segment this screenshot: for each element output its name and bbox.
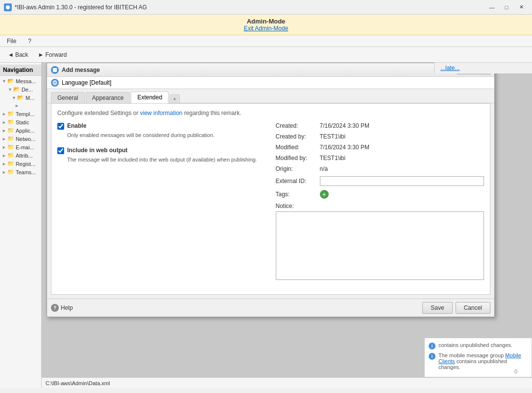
sidebar: Navigation ▼ 📂 Messa... ▼ 📂 De... ▼ 📂 M.… — [0, 63, 42, 388]
tab-extended[interactable]: Extended — [131, 92, 169, 103]
origin-label: Origin: — [276, 165, 320, 172]
svg-rect-1 — [53, 68, 57, 72]
main-area: Navigation ▼ 📂 Messa... ▼ 📂 De... ▼ 📂 M.… — [0, 63, 532, 388]
sidebar-item-email[interactable]: ► 📁 E-mai... — [0, 143, 41, 151]
folder-icon-11: 📁 — [7, 169, 14, 175]
sidebar-item-regist[interactable]: ► 📁 Regist... — [0, 160, 41, 168]
help-icon: ? — [51, 304, 59, 312]
modified-value: 7/16/2024 3:30 PM — [320, 144, 369, 151]
include-web-checkbox[interactable] — [57, 147, 64, 154]
sidebar-item-templates[interactable]: ► 📁 Templ... — [0, 110, 41, 118]
sidebar-expand-arrow: ► — [0, 102, 41, 110]
title-bar: *IBI-aws Admin 1.30.0 - registered for I… — [0, 0, 532, 15]
sidebar-item-static[interactable]: ► 📁 Static — [0, 118, 41, 126]
configure-text: Configure extended Settings or view info… — [57, 110, 484, 116]
enable-label[interactable]: Enable — [67, 122, 86, 129]
created-value: 7/16/2024 3:30 PM — [320, 122, 369, 129]
sidebar-item-label-6: Applic... — [16, 128, 35, 134]
help-button[interactable]: ? Help — [51, 304, 73, 312]
created-by-value: TEST1\ibi — [320, 133, 346, 140]
dialog-footer: ? Help Save Cancel — [47, 299, 494, 317]
mobile-clients-link[interactable]: Mobile Clients — [438, 352, 521, 364]
created-label: Created: — [276, 122, 320, 129]
folder-icon-4: 📁 — [7, 111, 14, 117]
notice-textarea[interactable] — [276, 211, 484, 280]
toolbar: ◄ Back ► Forward — [0, 47, 532, 63]
minimize-button[interactable]: — — [485, 2, 499, 13]
enable-checkbox[interactable] — [57, 123, 64, 130]
notification-text-1: contains unpublished changes. — [438, 342, 512, 349]
sidebar-item-label-4: Templ... — [16, 111, 35, 117]
sidebar-item-label-7: Netwo... — [16, 136, 35, 142]
dialog-title-text: Add message — [62, 67, 100, 73]
back-button[interactable]: ◄ Back — [4, 50, 32, 60]
expand-icon-9: ► — [2, 153, 6, 158]
tab-bar: General Appearance Extended + — [47, 89, 494, 103]
maximize-button[interactable]: □ — [500, 2, 513, 13]
window-title: *IBI-aws Admin 1.30.0 - registered for I… — [15, 4, 147, 11]
modified-label: Modified: — [276, 144, 320, 151]
status-path: C:\IBI-aws\Admin\Data.xml — [46, 380, 110, 386]
sidebar-item-applic[interactable]: ► 📁 Applic... — [0, 126, 41, 135]
include-web-description: The message will be included into the we… — [67, 156, 266, 163]
tab-add-button[interactable]: + — [169, 94, 179, 103]
expand-icon-5: ► — [2, 120, 6, 125]
include-web-checkbox-row: Include in web output — [57, 147, 266, 154]
notification-icon-1: i — [429, 343, 435, 349]
save-button[interactable]: Save — [422, 302, 452, 314]
folder-icon: 📂 — [7, 78, 14, 84]
folder-icon-3: 📂 — [17, 94, 24, 101]
exit-admin-mode-link[interactable]: Exit Admin-Mode — [244, 25, 289, 32]
enable-checkbox-row: Enable — [57, 122, 266, 130]
add-message-dialog: Add message — □ ✕ Language [Default] Gen… — [47, 63, 495, 317]
dialog-title-area: Add message — [51, 66, 100, 74]
menu-bar: File ? — [0, 35, 532, 47]
folder-icon-8: 📁 — [7, 144, 14, 150]
expand-icon-7: ► — [2, 137, 6, 141]
notification-icon-2: i — [429, 353, 435, 360]
tags-add-button[interactable]: + — [320, 190, 329, 199]
help-label: Help — [61, 304, 73, 311]
sidebar-item-label: Messa... — [16, 78, 36, 84]
expand-icon-11: ► — [2, 170, 6, 175]
external-id-input[interactable] — [320, 176, 484, 186]
sidebar-item-de[interactable]: ▼ 📂 De... — [0, 85, 41, 93]
origin-value: n/a — [320, 165, 328, 172]
view-information-link[interactable]: view information — [140, 110, 183, 116]
sidebar-item-network[interactable]: ► 📁 Netwo... — [0, 135, 41, 143]
expand-icon-6: ► — [2, 128, 6, 133]
menu-file[interactable]: File — [4, 37, 19, 46]
close-button[interactable]: ✕ — [514, 2, 528, 13]
menu-help[interactable]: ? — [25, 37, 34, 46]
folder-icon-10: 📁 — [7, 161, 14, 167]
include-web-label[interactable]: Include in web output — [67, 147, 127, 154]
content-area: Add message — □ ✕ Language [Default] Gen… — [42, 63, 532, 388]
tab-appearance[interactable]: Appearance — [86, 92, 130, 103]
tags-label: Tags: — [276, 191, 320, 198]
sidebar-item-messages[interactable]: ▼ 📂 Messa... — [0, 77, 41, 85]
notification-item-2: i The mobile message group Mobile Client… — [429, 352, 528, 370]
dialog-icon — [51, 66, 59, 74]
forward-label: Forward — [45, 51, 67, 58]
modified-field-row: Modified: 7/16/2024 3:30 PM — [276, 144, 484, 151]
created-by-label: Created by: — [276, 133, 320, 140]
sidebar-item-teams[interactable]: ► 📁 Teams... — [0, 168, 41, 176]
title-bar-left: *IBI-aws Admin 1.30.0 - registered for I… — [4, 3, 147, 11]
svg-point-0 — [6, 5, 10, 9]
origin-field-row: Origin: n/a — [276, 165, 484, 172]
navigation-header: Navigation — [0, 65, 41, 76]
tab-general[interactable]: General — [51, 92, 85, 103]
template-link[interactable]: ...late... — [438, 63, 461, 73]
folder-icon-2: 📂 — [13, 86, 20, 92]
language-label: Language [Default] — [62, 79, 111, 86]
expand-icon: ▼ — [2, 79, 6, 84]
external-id-label: External ID: — [276, 178, 320, 185]
forward-icon: ► — [38, 51, 44, 58]
cancel-button[interactable]: Cancel — [456, 302, 490, 314]
forward-button[interactable]: ► Forward — [34, 50, 71, 60]
sidebar-item-m[interactable]: ▼ 📂 M... — [0, 93, 41, 102]
notification-text-2: The mobile message group Mobile Clients … — [438, 352, 528, 370]
dialog-titlebar: Add message — □ ✕ — [47, 63, 494, 77]
sidebar-item-attrib[interactable]: ► 📁 Attrib... — [0, 151, 41, 160]
folder-icon-9: 📁 — [7, 152, 14, 159]
